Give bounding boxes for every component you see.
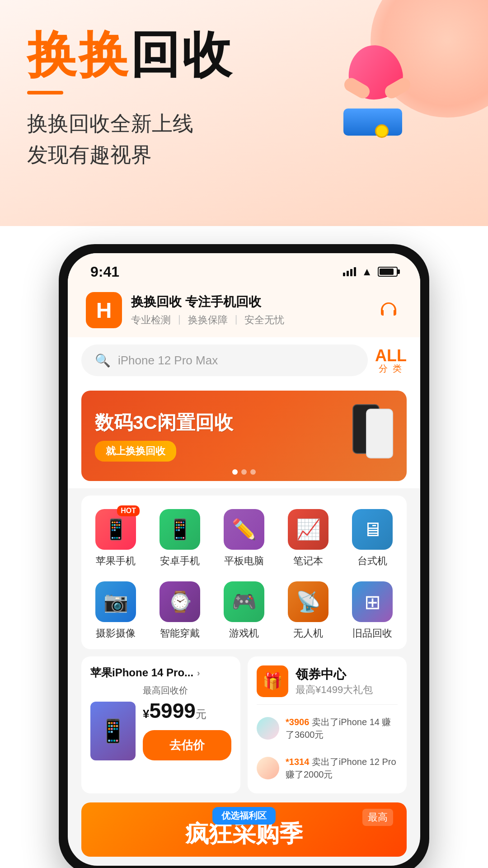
coupon-title: 领券中心 (296, 666, 373, 683)
sub-divider-2: | (235, 313, 238, 327)
app-header-title: 换换回收 专注手机回收 (131, 293, 366, 311)
sub-divider-1: | (178, 313, 181, 327)
product-card-title: 苹果iPhone 14 Pro... › (90, 665, 231, 680)
product-phone-emoji: 📱 (99, 718, 127, 744)
status-time: 9:41 (90, 264, 119, 280)
tablet-label: 平板电脑 (224, 554, 264, 568)
coupon-icon: 🎁 (257, 665, 288, 697)
category-label: 分 类 (379, 364, 404, 373)
category-item-desktop[interactable]: 🖥 台式机 (343, 505, 402, 572)
game-label: 游戏机 (229, 627, 259, 640)
drone-icon-wrap: 📡 (288, 581, 328, 622)
banner-btn-text: 就上换换回收 (106, 444, 165, 458)
signal-bar-1 (343, 273, 345, 276)
feed-item-2: *1314 卖出了iPhone 12 Pro 赚了2000元 (257, 752, 398, 784)
bottom-banner-max-label: 最高 (362, 809, 393, 826)
product-title-text: 苹果iPhone 14 Pro... (90, 665, 193, 680)
recycle-icon-wrap: ⊞ (352, 581, 393, 622)
search-section: 🔍 iPhone 12 Pro Max ALL 分 类 (68, 337, 420, 383)
app-logo: H (86, 292, 122, 328)
category-section: 📱 HOT 苹果手机 📱 安卓手机 ✏️ (81, 495, 407, 649)
category-item-recycle[interactable]: ⊞ 旧品回收 (343, 577, 402, 645)
hero-section: 换换回收 换换回收全新上线 发现有趣视界 (0, 0, 488, 226)
battery-icon (378, 267, 398, 277)
phone-inner: 9:41 ▲ H (68, 253, 420, 866)
apple-icon-wrap: 📱 HOT (95, 509, 136, 550)
banner-phones-decoration (316, 395, 398, 476)
banner-section: 数码3C闲置回收 就上换换回收 (68, 383, 420, 488)
product-info: 最高回收价 ¥5999元 去估价 (143, 684, 231, 760)
price-prefix: ¥ (143, 707, 149, 721)
drone-label: 无人机 (293, 627, 323, 640)
feed-avatar-1 (257, 717, 279, 740)
product-card-content: 📱 最高回收价 ¥5999元 去估价 (90, 684, 231, 760)
hot-badge: HOT (117, 505, 140, 516)
feed-text-1: *3906 卖出了iPhone 14 赚了3600元 (286, 716, 398, 741)
desktop-label: 台式机 (357, 554, 387, 568)
camera-label: 摄影摄像 (96, 627, 136, 640)
battery-fill (380, 269, 394, 275)
android-icon-wrap: 📱 (160, 509, 200, 550)
camera-icon-wrap: 📷 (95, 581, 136, 622)
bottom-banner-badge: 优选福利区 (212, 807, 276, 825)
coupon-subtitle: 最高¥1499大礼包 (296, 683, 373, 697)
headset-icon[interactable] (375, 297, 402, 324)
coupon-card[interactable]: 🎁 领券中心 最高¥1499大礼包 *3906 卖出了iPhone 14 赚了3… (248, 656, 407, 793)
banner-cta-button[interactable]: 就上换换回收 (95, 441, 176, 462)
app-header: H 换换回收 专注手机回收 专业检测 | 换换保障 | 安全无忧 (68, 285, 420, 337)
main-banner[interactable]: 数码3C闲置回收 就上换换回收 (81, 391, 407, 481)
search-bar[interactable]: 🔍 iPhone 12 Pro Max (81, 344, 368, 376)
apple-phone-icon: 📱 (103, 518, 128, 541)
recycle-label: 旧品回收 (352, 627, 392, 640)
recycle-icon: ⊞ (364, 590, 381, 613)
app-header-text: 换换回收 专注手机回收 专业检测 | 换换保障 | 安全无忧 (131, 293, 366, 327)
category-item-laptop[interactable]: 📈 笔记本 (278, 505, 338, 572)
estimate-button[interactable]: 去估价 (143, 730, 231, 760)
category-grid: 📱 HOT 苹果手机 📱 安卓手机 ✏️ (86, 505, 402, 645)
signal-bar-2 (347, 271, 349, 276)
coupon-text: 领券中心 最高¥1499大礼包 (296, 666, 373, 697)
category-item-tablet[interactable]: ✏️ 平板电脑 (214, 505, 274, 572)
all-category-button[interactable]: ALL 分 类 (375, 348, 407, 373)
bottom-banner[interactable]: 优选福利区 疯狂采购季 最高 (81, 802, 407, 857)
feed-user-1: *3906 (286, 717, 309, 727)
desktop-icon-wrap: 🖥 (352, 509, 393, 550)
android-phone-icon: 📱 (168, 518, 192, 541)
category-item-drone[interactable]: 📡 无人机 (278, 577, 338, 645)
all-label: ALL (375, 348, 407, 364)
feed-avatar-2 (257, 757, 279, 779)
product-card[interactable]: 苹果iPhone 14 Pro... › 📱 最高回收价 ¥5999元 去估 (81, 656, 240, 793)
coupon-top: 🎁 领券中心 最高¥1499大礼包 (257, 665, 398, 705)
max-price-label: 最高回收价 (143, 684, 231, 697)
category-item-camera[interactable]: 📷 摄影摄像 (86, 577, 145, 645)
feed-user-2: *1314 (286, 757, 309, 767)
wearable-icon-wrap: ⌚ (160, 581, 200, 622)
apple-label: 苹果手机 (96, 554, 136, 568)
hero-divider (27, 91, 63, 94)
wearable-icon: ⌚ (168, 590, 192, 613)
game-icon: 🎮 (232, 590, 257, 613)
game-icon-wrap: 🎮 (224, 581, 264, 622)
category-item-game[interactable]: 🎮 游戏机 (214, 577, 274, 645)
app-sub-2: 换换保障 (188, 313, 228, 327)
laptop-icon-wrap: 📈 (288, 509, 328, 550)
bottom-cards-section: 苹果iPhone 14 Pro... › 📱 最高回收价 ¥5999元 去估 (68, 656, 420, 802)
price-unit: 元 (196, 708, 206, 720)
category-item-android[interactable]: 📱 安卓手机 (150, 505, 210, 572)
status-icons: ▲ (343, 265, 398, 278)
category-item-apple[interactable]: 📱 HOT 苹果手机 (86, 505, 145, 572)
product-card-arrow-icon: › (197, 668, 200, 678)
product-price: ¥5999元 (143, 698, 231, 723)
phone-section: 9:41 ▲ H (0, 226, 488, 868)
product-phone-image: 📱 (90, 702, 136, 760)
app-logo-letter: H (96, 298, 112, 323)
camera-icon: 📷 (103, 590, 128, 613)
tablet-icon: ✏️ (232, 518, 257, 541)
drone-icon: 📡 (296, 590, 321, 613)
banner-pagination (232, 469, 256, 475)
tablet-icon-wrap: ✏️ (224, 509, 264, 550)
app-header-subs: 专业检测 | 换换保障 | 安全无忧 (131, 313, 366, 327)
banner-dot-1 (232, 469, 238, 475)
signal-bar-4 (354, 267, 356, 276)
category-item-wearable[interactable]: ⌚ 智能穿戴 (150, 577, 210, 645)
